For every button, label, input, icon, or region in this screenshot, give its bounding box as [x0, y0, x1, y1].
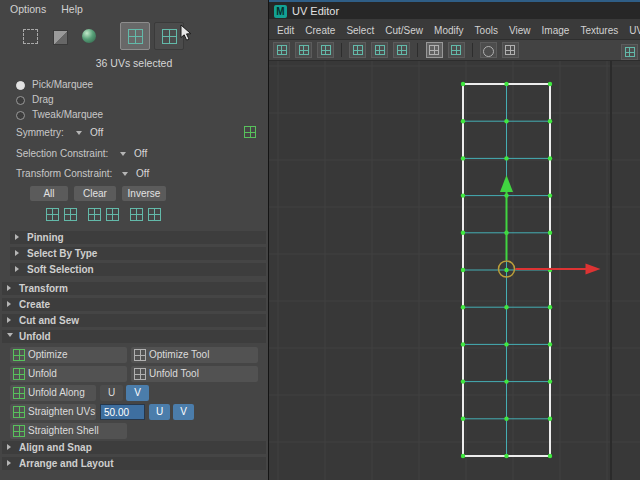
- section-create-label: Create: [19, 299, 50, 310]
- toolbar-separator: [417, 43, 418, 57]
- convert-to-edge-icon[interactable]: [64, 208, 77, 221]
- section-select-by-type[interactable]: Select By Type: [10, 247, 266, 260]
- unfold-button[interactable]: Unfold: [10, 366, 127, 382]
- optimize-tool-button[interactable]: Optimize Tool: [131, 347, 258, 363]
- section-unfold[interactable]: Unfold: [2, 330, 266, 343]
- uv-shell-grid-icon: [162, 29, 177, 44]
- flip-u-icon[interactable]: [273, 42, 290, 58]
- radio-pick-marquee[interactable]: [16, 81, 25, 90]
- shaded-display-icon[interactable]: [480, 42, 497, 58]
- unfold-tool-label: Unfold Tool: [149, 368, 199, 379]
- uveditor-menu-create[interactable]: Create: [301, 21, 339, 40]
- convert-to-vertex-icon[interactable]: [46, 208, 59, 221]
- convert-to-border-icon[interactable]: [148, 208, 161, 221]
- straighten-uvs-button[interactable]: Straighten UVs: [10, 404, 96, 420]
- section-soft-selection[interactable]: Soft Selection: [10, 263, 266, 276]
- grid-glyph: [451, 45, 461, 55]
- chevron-down-icon: [7, 333, 13, 337]
- texture-border-icon[interactable]: [502, 42, 519, 58]
- menu-help[interactable]: Help: [55, 0, 89, 18]
- unfold-tool-button[interactable]: Unfold Tool: [131, 366, 258, 382]
- uveditor-menu-tools[interactable]: Tools: [471, 21, 502, 40]
- uveditor-menu-uvsets[interactable]: UV Sets: [625, 21, 640, 40]
- unfold-along-u-button[interactable]: U: [100, 385, 123, 401]
- uv-editor-window: M UV Editor Edit Create Select Cut/Sew M…: [268, 0, 640, 480]
- select-clear-button[interactable]: Clear: [74, 186, 116, 201]
- cut-uv-icon[interactable]: [349, 42, 366, 58]
- radio-pick-marquee-label: Pick/Marquee: [32, 79, 93, 90]
- radio-drag[interactable]: [16, 96, 25, 105]
- section-create[interactable]: Create: [2, 298, 266, 311]
- straighten-shell-label: Straighten Shell: [28, 425, 99, 436]
- image-range-icon[interactable]: [621, 44, 638, 60]
- symmetry-value[interactable]: Off: [90, 127, 103, 138]
- uveditor-menu-modify[interactable]: Modify: [430, 21, 467, 40]
- uveditor-menu-view[interactable]: View: [505, 21, 535, 40]
- select-inverse-button[interactable]: Inverse: [122, 186, 166, 201]
- section-select-by-type-label: Select By Type: [27, 248, 97, 259]
- section-arrange-and-layout[interactable]: Arrange and Layout: [2, 457, 266, 470]
- marquee-select-icon[interactable]: [23, 29, 38, 44]
- chevron-right-icon: [7, 285, 11, 291]
- radio-tweak-marquee[interactable]: [16, 111, 25, 120]
- straighten-shell-button[interactable]: Straighten Shell: [10, 423, 127, 439]
- section-cut-and-sew[interactable]: Cut and Sew: [2, 314, 266, 327]
- symmetry-grid-icon[interactable]: [244, 126, 256, 138]
- rotate-uv-icon[interactable]: [317, 42, 334, 58]
- section-pinning[interactable]: Pinning: [10, 231, 266, 244]
- section-cut-and-sew-label: Cut and Sew: [19, 315, 79, 326]
- select-all-button[interactable]: All: [30, 186, 68, 201]
- convert-to-uv-icon[interactable]: [106, 208, 119, 221]
- transform-constraint-label: Transform Constraint:: [16, 168, 112, 179]
- transform-constraint-value[interactable]: Off: [136, 168, 149, 179]
- pixel-snap-icon[interactable]: [448, 42, 465, 58]
- layout-uv-icon[interactable]: [393, 42, 410, 58]
- chevron-right-icon: [7, 444, 11, 450]
- uv-canvas[interactable]: [269, 61, 640, 480]
- sew-uv-icon[interactable]: [371, 42, 388, 58]
- chevron-right-icon: [7, 301, 11, 307]
- straighten-u-button[interactable]: U: [149, 404, 170, 420]
- unfold-along-button[interactable]: Unfold Along: [10, 385, 96, 401]
- toolbar-separator: [341, 43, 342, 57]
- uv-canvas-area[interactable]: [269, 61, 640, 480]
- toolkit-menubar: Options Help: [0, 0, 268, 18]
- uveditor-menu-textures[interactable]: Textures: [576, 21, 622, 40]
- grid-glyph: [429, 45, 439, 55]
- optimize-button[interactable]: Optimize: [10, 347, 127, 363]
- optimize-tool-label: Optimize Tool: [149, 349, 209, 360]
- shaded-sphere-icon[interactable]: [82, 29, 96, 43]
- straighten-v-button[interactable]: V: [173, 404, 194, 420]
- grid-snap-icon[interactable]: [426, 42, 443, 58]
- symmetry-dropdown-icon[interactable]: [76, 131, 82, 135]
- uveditor-menu-image[interactable]: Image: [538, 21, 574, 40]
- flip-v-icon[interactable]: [295, 42, 312, 58]
- grid-glyph: [397, 45, 407, 55]
- chevron-right-icon: [7, 317, 11, 323]
- uveditor-menu-cutsew[interactable]: Cut/Sew: [381, 21, 427, 40]
- selection-constraint-value[interactable]: Off: [134, 148, 147, 159]
- uv-selection-mode-button[interactable]: [120, 22, 150, 50]
- section-pinning-label: Pinning: [27, 232, 64, 243]
- maya-uv-workspace: Options Help 36 UVs selected Pick/Marque…: [0, 0, 640, 480]
- unfold-along-v-button[interactable]: V: [126, 385, 149, 401]
- section-align-and-snap[interactable]: Align and Snap: [2, 441, 266, 454]
- straighten-shell-icon: [13, 425, 25, 437]
- uv-toolkit-panel: Options Help 36 UVs selected Pick/Marque…: [0, 0, 268, 480]
- selection-constraint-dropdown-icon[interactable]: [120, 152, 126, 156]
- optimize-label: Optimize: [28, 349, 67, 360]
- uveditor-menu-edit[interactable]: Edit: [273, 21, 298, 40]
- uveditor-menu-select[interactable]: Select: [342, 21, 378, 40]
- section-transform[interactable]: Transform: [2, 282, 266, 295]
- menu-options[interactable]: Options: [4, 0, 52, 18]
- straighten-uvs-value-input[interactable]: [100, 404, 145, 420]
- unfold-along-icon: [13, 387, 25, 399]
- uv-editor-titlebar[interactable]: M UV Editor: [269, 0, 640, 19]
- object-mode-cube-icon[interactable]: [53, 30, 68, 45]
- transform-constraint-dropdown-icon[interactable]: [122, 172, 128, 176]
- convert-to-face-icon[interactable]: [88, 208, 101, 221]
- straighten-uvs-label: Straighten UVs: [28, 406, 95, 417]
- mouse-cursor: [180, 24, 192, 44]
- convert-to-shell-icon[interactable]: [130, 208, 143, 221]
- section-transform-label: Transform: [19, 283, 68, 294]
